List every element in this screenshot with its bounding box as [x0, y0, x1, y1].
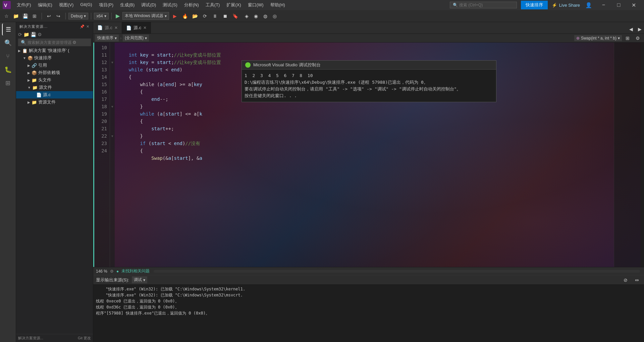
tree-resource-files[interactable]: ▶ 📁 资源文件: [16, 98, 93, 106]
toolbar-saveall-btn[interactable]: ⊞: [30, 12, 39, 20]
tree-header-files[interactable]: ▶ 📁 头文件: [16, 76, 93, 84]
nav-expand-btn[interactable]: ⊞: [623, 34, 632, 43]
run-debugger-btn[interactable]: ▶: [116, 13, 120, 19]
profile-icon[interactable]: 👤: [585, 2, 592, 8]
tree-source-c[interactable]: ▶ 📄 源.c: [16, 91, 93, 98]
toolbar-new-btn[interactable]: ☆: [2, 12, 11, 20]
search-input[interactable]: [459, 3, 509, 7]
nav-scope-label: 快速排序: [97, 35, 113, 41]
tab-close-2[interactable]: ✕: [143, 25, 147, 30]
tab-scroll-left[interactable]: ◀: [627, 25, 635, 33]
menu-git[interactable]: Git(G): [77, 1, 95, 9]
tree-source-files[interactable]: ▼ 📁 源文件: [16, 84, 93, 91]
maximize-button[interactable]: □: [611, 0, 626, 10]
sidebar-pin-btn[interactable]: 📌: [80, 24, 85, 29]
sidebar-save-icon[interactable]: 💾: [31, 32, 36, 37]
toolbar-run2-btn[interactable]: ▶: [170, 12, 179, 20]
toolbar-extra-1[interactable]: ◈: [242, 12, 251, 20]
live-share-button[interactable]: ⚡ Live Share: [552, 3, 580, 8]
output-line-2: "快速排序.exe" (Win32): 已加载 "C:\Windows\Syst…: [96, 292, 641, 298]
sidebar-close-btn[interactable]: ✕: [86, 24, 90, 29]
close-button[interactable]: ✕: [626, 0, 641, 10]
menu-build[interactable]: 生成(B): [117, 1, 138, 9]
nav-settings-btn[interactable]: ⚙: [633, 34, 642, 43]
debug-line-3: 要在调试停止时自动关闭控制台，请启用 "工具" -> "选项" -> "调试" …: [245, 86, 493, 92]
menu-window[interactable]: 窗口(W): [245, 1, 267, 9]
gutter-fold-18[interactable]: ▾: [110, 103, 115, 110]
output-wrap-btn[interactable]: ⇔: [633, 276, 641, 284]
vertical-scrollbar[interactable]: [641, 43, 644, 267]
sidebar-search-input[interactable]: [28, 40, 71, 45]
minimize-button[interactable]: −: [596, 0, 611, 10]
sidebar-folder-icon[interactable]: 📁: [23, 32, 29, 37]
tab-source-c-1[interactable]: 📄 源.c ✕: [93, 22, 122, 33]
activity-git[interactable]: ⑂: [2, 50, 14, 62]
output-content[interactable]: "快速排序.exe" (Win32): 已加载 "C:\Windows\Syst…: [93, 285, 644, 342]
menu-file[interactable]: 文件(F): [13, 1, 35, 9]
platform-dropdown[interactable]: x64 ▾: [94, 13, 108, 19]
tree-header-label: 头文件: [38, 77, 51, 83]
horizontal-scrollbar[interactable]: [154, 270, 640, 273]
output-source-label: 显示输出来源(S):: [96, 277, 129, 283]
scroll-to-line-icon[interactable]: ⚙: [110, 269, 114, 274]
tab-source-c-2[interactable]: 📄 源.c ✕: [122, 22, 151, 33]
toolbar-stop-btn[interactable]: ⏹: [221, 12, 229, 20]
activity-debug[interactable]: 🐛: [2, 64, 14, 76]
menu-view[interactable]: 视图(V): [56, 1, 77, 9]
gutter-fold-22[interactable]: ▾: [110, 132, 115, 140]
activity-extensions[interactable]: ⊞: [2, 77, 14, 89]
menu-analyze[interactable]: 分析(N): [181, 1, 202, 9]
tree-project[interactable]: ▼ 📦 快速排序: [16, 54, 93, 62]
toolbar-sync-btn[interactable]: ⟳: [201, 12, 209, 20]
tree-solution-icon: 📋: [22, 48, 28, 53]
nav-scope-dropdown[interactable]: 快速排序 ▾: [95, 35, 119, 42]
menu-debug[interactable]: 调试(D): [138, 1, 159, 9]
toolbar-folder-btn[interactable]: 📂: [191, 12, 199, 20]
menu-project[interactable]: 项目(P): [96, 1, 117, 9]
run-config-dropdown[interactable]: 本地 Windows 调试器 ▾: [122, 12, 169, 20]
tree-external-deps[interactable]: ▶ 📦 外部依赖项: [16, 69, 93, 76]
tree-external-label: 外部依赖项: [38, 70, 60, 76]
quick-sort-button[interactable]: 快速排序: [521, 1, 548, 9]
toolbar-bookmark-btn[interactable]: 🔖: [231, 12, 239, 20]
debug-config-dropdown[interactable]: Debug ▾: [68, 13, 88, 19]
toolbar-fire-btn[interactable]: 🔥: [180, 12, 189, 20]
output-line-3: 线程 0xece0 已退出，返回值为 0 (0x0)。: [96, 298, 641, 304]
toolbar-extra-2[interactable]: ◉: [252, 12, 260, 20]
tab-close-1[interactable]: ✕: [114, 25, 118, 30]
toolbar-redo-btn[interactable]: ↪: [54, 12, 63, 20]
tree-source-arrow: ▼: [28, 86, 31, 89]
menu-tools[interactable]: 工具(T): [202, 1, 223, 9]
gutter-fold-12[interactable]: ▾: [110, 59, 115, 66]
sidebar-search-settings-icon[interactable]: ⚙: [72, 40, 76, 45]
toolbar-extra-3[interactable]: ◍: [261, 12, 270, 20]
toolbar-pause-btn[interactable]: ⏸: [211, 12, 219, 20]
sidebar-props-icon[interactable]: ⚙: [38, 32, 42, 37]
tab-scroll-right[interactable]: ▶: [635, 25, 644, 33]
sidebar-refresh-icon[interactable]: ⟳: [18, 32, 22, 37]
menu-test[interactable]: 测试(S): [159, 1, 180, 9]
debug-console-content[interactable]: 1 2 3 4 5 6 7 8 10 D:\编程语言练习\快速排序\x64\De…: [242, 70, 496, 102]
toolbar-open-btn[interactable]: 📁: [11, 12, 20, 20]
toolbar-extra-4[interactable]: ◎: [270, 12, 279, 20]
nav-function-dropdown[interactable]: ⊕ Swap(int * a, int * b) ▾: [574, 35, 622, 41]
sidebar-search-box[interactable]: 🔍 ⚙: [18, 39, 91, 46]
menu-extensions[interactable]: 扩展(X): [223, 1, 244, 9]
menu-edit[interactable]: 编辑(E): [35, 1, 56, 9]
menu-help[interactable]: 帮助(H): [267, 1, 288, 9]
output-source-dropdown[interactable]: 调试 ▾: [132, 276, 147, 283]
tree-solution[interactable]: ▶ 📋 解决方案 '快速排序' (: [16, 47, 93, 54]
nav-scope2-dropdown[interactable]: (全局范围) ▾: [123, 35, 149, 42]
activity-explorer[interactable]: ☰: [2, 23, 14, 36]
minimap[interactable]: [614, 43, 641, 267]
tree-references[interactable]: ▶ 🔗 引用: [16, 62, 93, 69]
debug-line-1: 1 2 3 4 5 6 7 8 10: [245, 72, 493, 79]
main-toolbar: ☆ 📁 💾 ⊞ ↩ ↪ Debug ▾ x64 ▾ ▶ 本地 Windows 调…: [0, 10, 644, 22]
output-clear-btn[interactable]: ⊘: [621, 276, 630, 284]
solution-explorer: 解决方案资源... 📌 ✕ ⟳ 📁 💾 ⚙ 🔍 ⚙ ▶ 📋 解决方案 '快速排序…: [16, 22, 93, 342]
sidebar-bottom-label: 解决方案资源...: [18, 336, 43, 341]
toolbar-save-btn[interactable]: 💾: [21, 12, 30, 20]
toolbar-undo-btn[interactable]: ↩: [45, 12, 53, 20]
activity-search[interactable]: 🔍: [2, 37, 14, 49]
global-search-box[interactable]: 🔍: [450, 2, 517, 8]
